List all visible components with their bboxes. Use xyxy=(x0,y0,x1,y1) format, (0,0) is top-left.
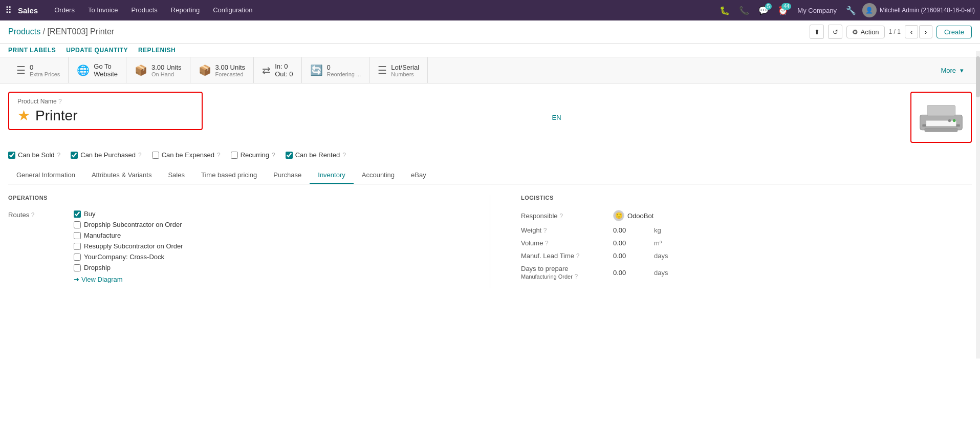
can-be-purchased-checkbox[interactable] xyxy=(71,152,78,159)
operations-title: OPERATIONS xyxy=(8,195,459,203)
replenish-link[interactable]: REPLENISH xyxy=(138,47,176,54)
recurring-checkbox[interactable] xyxy=(231,152,238,159)
chat-icon[interactable]: 💬5 xyxy=(755,2,772,18)
route-cross-dock-checkbox[interactable] xyxy=(74,254,81,261)
tab-time-based-pricing[interactable]: Time based pricing xyxy=(193,167,265,184)
product-name-help[interactable]: ? xyxy=(58,98,62,105)
apps-icon[interactable]: ⠿ xyxy=(5,5,12,16)
nav-orders[interactable]: Orders xyxy=(49,0,80,20)
route-dropship-checkbox[interactable] xyxy=(74,264,81,271)
route-dropship-sub-checkbox[interactable] xyxy=(74,221,81,228)
lot-serial-label: Numbers xyxy=(391,71,419,77)
can-be-sold-checkbox[interactable] xyxy=(8,152,15,159)
company-name: My Company xyxy=(797,7,837,14)
breadcrumb-parent[interactable]: Products xyxy=(8,27,40,36)
action-button[interactable]: ⚙ Action xyxy=(846,26,884,38)
more-button[interactable]: More ▾ xyxy=(932,57,972,83)
can-be-purchased-help[interactable]: ? xyxy=(138,152,142,159)
product-name-box: Product Name ? ★ Printer xyxy=(8,92,203,130)
in-out-button[interactable]: ⇄ In: 0 Out: 0 xyxy=(254,57,301,83)
refresh-icon[interactable]: ↺ xyxy=(828,25,842,39)
section-divider xyxy=(490,195,490,288)
route-manufacture-checkbox[interactable] xyxy=(74,232,81,239)
module-name[interactable]: Sales xyxy=(18,6,38,15)
tab-ebay[interactable]: eBay xyxy=(403,167,434,184)
route-resupply-sub-checkbox[interactable] xyxy=(74,243,81,250)
extra-prices-button[interactable]: ☰ 0 Extra Prices xyxy=(8,57,69,83)
breadcrumb-bar: Products / [RENT003] Printer ⬆ ↺ ⚙ Actio… xyxy=(0,20,980,44)
route-buy-checkbox[interactable] xyxy=(74,211,81,218)
nav-reporting[interactable]: Reporting xyxy=(166,0,205,20)
actions-bar: ⬆ ↺ ⚙ Action 1 / 1 ‹ › Create xyxy=(810,25,972,39)
days-prepare-unit: days xyxy=(654,269,668,277)
tab-attributes-variants[interactable]: Attributes & Variants xyxy=(83,167,160,184)
product-image-box[interactable] xyxy=(910,92,972,143)
manuf-lead-value[interactable]: 0.00 xyxy=(613,252,654,260)
nav-configuration[interactable]: Configuration xyxy=(208,0,257,20)
product-name-label: Product Name ? xyxy=(17,98,193,105)
scroll-thumb[interactable] xyxy=(976,56,980,97)
weight-value[interactable]: 0.00 xyxy=(613,226,654,234)
reordering-button[interactable]: 🔄 0 Reordering ... xyxy=(302,57,370,83)
print-labels-link[interactable]: PRINT LABELS xyxy=(8,47,56,54)
tab-general-information[interactable]: General Information xyxy=(8,167,83,184)
tab-purchase[interactable]: Purchase xyxy=(265,167,310,184)
view-diagram-link[interactable]: ➜ View Diagram xyxy=(74,276,183,283)
can-be-expensed-help[interactable]: ? xyxy=(217,152,221,159)
tab-sales[interactable]: Sales xyxy=(160,167,193,184)
route-dropship-sub: Dropship Subcontractor on Order xyxy=(74,221,183,228)
days-prepare-value[interactable]: 0.00 xyxy=(613,269,654,277)
can-be-sold-help[interactable]: ? xyxy=(57,152,61,159)
nav-to-invoice[interactable]: To Invoice xyxy=(83,0,123,20)
scrollbar[interactable] xyxy=(976,51,980,307)
star-icon[interactable]: ★ xyxy=(17,107,30,124)
can-be-expensed-checkbox[interactable] xyxy=(152,152,159,159)
days-prepare-row: Days to prepare Manufacturing Order ? 0.… xyxy=(521,265,972,280)
smart-buttons-row: ☰ 0 Extra Prices 🌐 Go ToWebsite 📦 3.00 U… xyxy=(0,57,980,83)
upload-icon[interactable]: ⬆ xyxy=(810,25,824,39)
forecasted-button[interactable]: 📦 3.00 Units Forecasted xyxy=(190,57,254,83)
next-record-button[interactable]: › xyxy=(919,25,932,38)
odoobot-name[interactable]: OdooBot xyxy=(627,212,654,220)
language-badge[interactable]: EN xyxy=(552,114,561,121)
product-name-text[interactable]: Printer xyxy=(35,108,77,124)
go-to-website-button[interactable]: 🌐 Go ToWebsite xyxy=(69,57,126,83)
weight-unit: kg xyxy=(654,226,661,234)
avatar[interactable]: 👤 xyxy=(862,3,877,17)
tab-accounting[interactable]: Accounting xyxy=(354,167,403,184)
chat-badge: 5 xyxy=(765,3,772,10)
route-buy-label: Buy xyxy=(84,210,95,218)
can-be-rented-checkbox[interactable] xyxy=(286,152,293,159)
globe-icon: 🌐 xyxy=(77,64,90,76)
prev-record-button[interactable]: ‹ xyxy=(905,25,918,38)
routes-help[interactable]: ? xyxy=(31,212,35,219)
route-dropship: Dropship xyxy=(74,264,183,271)
days-prepare-help[interactable]: ? xyxy=(575,273,578,280)
manuf-lead-help[interactable]: ? xyxy=(576,252,580,260)
recurring-help[interactable]: ? xyxy=(272,152,275,159)
volume-value[interactable]: 0.00 xyxy=(613,239,654,247)
svg-point-4 xyxy=(953,119,956,122)
create-button[interactable]: Create xyxy=(937,26,972,38)
weight-help[interactable]: ? xyxy=(543,227,547,234)
top-navigation: ⠿ Sales Orders To Invoice Products Repor… xyxy=(0,0,980,20)
volume-help[interactable]: ? xyxy=(545,240,549,247)
tab-inventory[interactable]: Inventory xyxy=(310,167,353,184)
wrench-icon[interactable]: 🔧 xyxy=(843,2,859,18)
record-navigation: ‹ › xyxy=(905,25,932,38)
on-hand-button[interactable]: 📦 3.00 Units On Hand xyxy=(126,57,190,83)
lot-serial-button[interactable]: ☰ Lot/Serial Numbers xyxy=(369,57,428,83)
bug-icon[interactable]: 🐛 xyxy=(716,2,733,18)
action-label: Action xyxy=(860,28,879,36)
can-be-rented-help[interactable]: ? xyxy=(342,152,346,159)
days-prepare-sub-label: Manufacturing Order xyxy=(521,273,573,280)
days-prepare-label: Days to prepare Manufacturing Order ? xyxy=(521,265,613,280)
phone-icon[interactable]: 📞 xyxy=(736,2,752,18)
nav-products[interactable]: Products xyxy=(126,0,162,20)
volume-unit: m³ xyxy=(654,239,662,247)
responsible-help[interactable]: ? xyxy=(559,213,563,220)
can-be-sold-item: Can be Sold ? xyxy=(8,151,60,159)
update-quantity-link[interactable]: UPDATE QUANTITY xyxy=(66,47,128,54)
clock-icon[interactable]: ⏰44 xyxy=(775,2,791,18)
more-label: More xyxy=(941,67,956,74)
